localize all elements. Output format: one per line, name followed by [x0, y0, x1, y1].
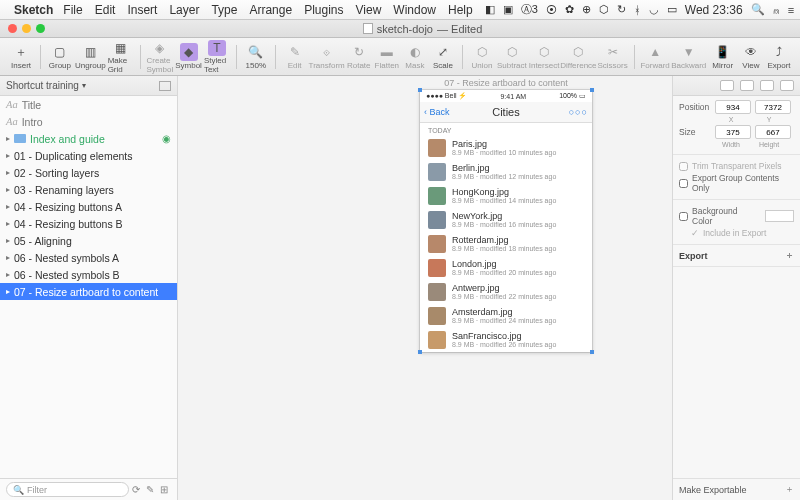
artboard-label[interactable]: 07 - Resize artboard to content [444, 78, 568, 88]
height-field[interactable] [755, 125, 791, 139]
insert-button[interactable]: ＋Insert [8, 40, 34, 74]
menu-view[interactable]: View [356, 3, 382, 17]
menu-arrange[interactable]: Arrange [249, 3, 292, 17]
sidebar-toggle-icon[interactable] [159, 81, 171, 91]
artboard-layer[interactable]: ▸04 - Resizing buttons B [0, 215, 177, 232]
artboard-layer[interactable]: ▸04 - Resizing buttons A [0, 198, 177, 215]
disclosure-icon[interactable]: ▸ [6, 253, 10, 262]
artboard-layer[interactable]: ▸07 - Resize artboard to content [0, 283, 177, 300]
app-name[interactable]: Sketch [14, 3, 53, 17]
file-cell[interactable]: HongKong.jpg8.9 MB · modified 14 minutes… [420, 184, 592, 208]
align-icon[interactable] [720, 80, 734, 91]
file-cell[interactable]: Paris.jpg8.9 MB · modified 10 minutes ag… [420, 136, 592, 160]
zoom-icon[interactable] [36, 24, 45, 33]
sidebar-action-icon[interactable]: ⊞ [157, 484, 171, 495]
menu-edit[interactable]: Edit [95, 3, 116, 17]
edit-button[interactable]: ✎Edit [282, 40, 308, 74]
artboard-layer[interactable]: ▸03 - Renaming layers [0, 181, 177, 198]
sidebar-action-icon[interactable]: ⟳ [129, 484, 143, 495]
artboard-layer[interactable]: ▸02 - Sorting layers [0, 164, 177, 181]
zoom-field[interactable]: 🔍150% [243, 40, 269, 74]
transform-button[interactable]: ⟐Transform [310, 40, 344, 74]
disclosure-icon[interactable]: ▸ [6, 219, 10, 228]
close-icon[interactable] [8, 24, 17, 33]
align-icon[interactable] [740, 80, 754, 91]
difference-button[interactable]: ⬡Difference [561, 40, 595, 74]
disclosure-icon[interactable]: ▸ [6, 185, 10, 194]
menu-plugins[interactable]: Plugins [304, 3, 343, 17]
spotlight-icon[interactable]: 🔍 [751, 3, 765, 16]
width-field[interactable] [715, 125, 751, 139]
disclosure-icon[interactable]: ▸ [6, 151, 10, 160]
align-icon[interactable] [780, 80, 794, 91]
file-cell[interactable]: Antwerp.jpg8.9 MB · modified 22 minutes … [420, 280, 592, 304]
ios-status-bar: ●●●● Bell ⚡ 9:41 AM 100% ▭ [420, 90, 592, 102]
sidebar-action-icon[interactable]: ✎ [143, 484, 157, 495]
union-button[interactable]: ⬡Union [469, 40, 495, 74]
artboard[interactable]: ●●●● Bell ⚡ 9:41 AM 100% ▭ ‹ Back Cities… [420, 90, 592, 352]
scissors-button[interactable]: ✂Scissors [597, 40, 627, 74]
export-group-checkbox[interactable]: Export Group Contents Only [679, 173, 794, 193]
sidebar-header[interactable]: Shortcut training▾ [0, 76, 177, 96]
subtract-button[interactable]: ⬡Subtract [497, 40, 527, 74]
menu-layer[interactable]: Layer [169, 3, 199, 17]
back-button[interactable]: ‹ Back [424, 107, 450, 117]
styledtext-button[interactable]: TStyled Text [204, 40, 230, 74]
file-cell[interactable]: Amsterdam.jpg8.9 MB · modified 24 minute… [420, 304, 592, 328]
export-button[interactable]: ⤴Export [766, 40, 792, 74]
add-export-icon[interactable]: ＋ [785, 249, 794, 262]
backward-button[interactable]: ▼Backward [672, 40, 706, 74]
mask-button[interactable]: ◐Mask [402, 40, 428, 74]
forward-button[interactable]: ▲Forward [640, 40, 669, 74]
make-exportable[interactable]: Make Exportable＋ [673, 478, 800, 500]
artboard-layer[interactable]: ▸06 - Nested symbols B [0, 266, 177, 283]
text-layer[interactable]: AaIntro [0, 113, 177, 130]
bg-color-checkbox[interactable]: Background Color [679, 206, 794, 226]
y-field[interactable] [755, 100, 791, 114]
minimize-icon[interactable] [22, 24, 31, 33]
text-layer[interactable]: AaTitle [0, 96, 177, 113]
scale-button[interactable]: ⤢Scale [430, 40, 456, 74]
menu-window[interactable]: Window [393, 3, 436, 17]
user-icon[interactable]: ⍝ [773, 4, 780, 16]
disclosure-icon[interactable]: ▸ [6, 236, 10, 245]
makegrid-button[interactable]: ▦Make Grid [108, 40, 134, 74]
disclosure-icon[interactable]: ▸ [6, 168, 10, 177]
visibility-icon[interactable]: ◉ [162, 133, 171, 144]
file-cell[interactable]: Rotterdam.jpg8.9 MB · modified 18 minute… [420, 232, 592, 256]
file-cell[interactable]: Berlin.jpg8.9 MB · modified 12 minutes a… [420, 160, 592, 184]
color-swatch[interactable] [765, 210, 794, 222]
intersect-button[interactable]: ⬡Intersect [529, 40, 560, 74]
menu-file[interactable]: File [63, 3, 82, 17]
file-cell[interactable]: NewYork.jpg8.9 MB · modified 16 minutes … [420, 208, 592, 232]
artboard-layer[interactable]: ▸05 - Aligning [0, 232, 177, 249]
trim-checkbox[interactable]: Trim Transparent Pixels [679, 161, 794, 171]
createsymbol-button[interactable]: ◈Create Symbol [147, 40, 174, 74]
disclosure-icon[interactable]: ▸ [6, 134, 10, 143]
more-icon[interactable]: ○○○ [569, 107, 588, 117]
file-cell[interactable]: SanFrancisco.jpg8.9 MB · modified 26 min… [420, 328, 592, 352]
flatten-button[interactable]: ▬Flatten [374, 40, 400, 74]
menu-insert[interactable]: Insert [127, 3, 157, 17]
notification-icon[interactable]: ≡ [788, 4, 794, 16]
artboard-layer[interactable]: ▸06 - Nested symbols A [0, 249, 177, 266]
symbol-button[interactable]: ◆Symbol [175, 40, 202, 74]
artboard-layer[interactable]: ▸01 - Duplicating elements [0, 147, 177, 164]
align-icon[interactable] [760, 80, 774, 91]
file-cell[interactable]: London.jpg8.9 MB · modified 20 minutes a… [420, 256, 592, 280]
canvas[interactable]: 07 - Resize artboard to content ●●●● Bel… [178, 76, 672, 500]
folder-layer[interactable]: ▸Index and guide◉ [0, 130, 177, 147]
rotate-button[interactable]: ↻Rotate [346, 40, 372, 74]
disclosure-icon[interactable]: ▸ [6, 270, 10, 279]
menu-help[interactable]: Help [448, 3, 473, 17]
filter-input[interactable]: 🔍 Filter [6, 482, 129, 497]
mirror-button[interactable]: 📱Mirror [710, 40, 736, 74]
view-button[interactable]: 👁View [738, 40, 764, 74]
include-export-checkbox[interactable]: ✓Include in Export [679, 228, 794, 238]
menu-type[interactable]: Type [211, 3, 237, 17]
ungroup-button[interactable]: ▥Ungroup [75, 40, 106, 74]
group-button[interactable]: ▢Group [47, 40, 73, 74]
disclosure-icon[interactable]: ▸ [6, 202, 10, 211]
disclosure-icon[interactable]: ▸ [6, 287, 10, 296]
x-field[interactable] [715, 100, 751, 114]
